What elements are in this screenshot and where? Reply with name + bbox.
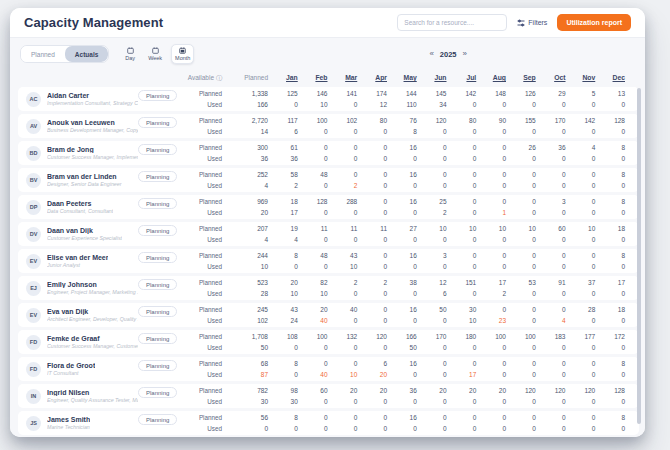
month-header-feb[interactable]: Feb — [315, 74, 327, 81]
table-row: JSJames SmithMarine TechnicianPlanningPl… — [18, 411, 639, 435]
planned-line: Planned52320822238121511753913717 — [182, 278, 625, 288]
month-value: 0 — [592, 398, 596, 405]
resource-name[interactable]: Anouk van Leeuwen — [47, 119, 138, 126]
month-value: 0 — [592, 263, 596, 270]
month-header-apr[interactable]: Apr — [375, 74, 387, 81]
planning-button[interactable]: Planning — [138, 252, 177, 263]
row-label: Planned — [199, 279, 222, 286]
month-header-oct[interactable]: Oct — [554, 74, 565, 81]
view-week-label: Week — [148, 55, 162, 61]
month-header-jan[interactable]: Jan — [286, 74, 298, 81]
planning-button[interactable]: Planning — [138, 90, 177, 101]
month-value: 0 — [562, 425, 566, 432]
month-value: 0 — [354, 360, 358, 367]
month-value: 8 — [294, 414, 298, 421]
month-value: 0 — [443, 371, 447, 378]
info-icon[interactable]: ⓘ — [216, 75, 222, 81]
planning-button[interactable]: Planning — [138, 171, 177, 182]
planning-button[interactable]: Planning — [138, 144, 177, 155]
resource-name[interactable]: Flora de Groot — [47, 362, 95, 369]
month-value: 0 — [592, 198, 596, 205]
month-value: 58 — [291, 171, 298, 178]
utilization-report-button[interactable]: Utilization report — [557, 14, 631, 31]
total-value: 10 — [261, 263, 268, 270]
resource-name[interactable]: Daan van Dijk — [47, 227, 122, 234]
resource-roles: Implementation Consultant, Strategy C... — [47, 100, 138, 106]
year-navigation: « 2025 » — [429, 50, 467, 59]
resource-name[interactable]: Aidan Carter — [47, 92, 138, 99]
view-month[interactable]: Month — [171, 44, 194, 64]
planned-line: Planned1,7081081001321201661701801001001… — [182, 332, 625, 342]
month-value: 151 — [465, 279, 476, 286]
month-header-sep[interactable]: Sep — [523, 74, 535, 81]
planning-button[interactable]: Planning — [138, 360, 177, 371]
total-value: 36 — [261, 155, 268, 162]
resource-name[interactable]: Eva van Dijk — [47, 308, 138, 315]
month-value: 125 — [287, 90, 298, 97]
month-value: 0 — [443, 128, 447, 135]
month-value: 26 — [529, 144, 536, 151]
planning-button[interactable]: Planning — [138, 306, 177, 317]
month-header-mar[interactable]: Mar — [345, 74, 357, 81]
month-value: 16 — [410, 198, 417, 205]
total-value: 782 — [257, 387, 268, 394]
planning-button[interactable]: Planning — [138, 117, 177, 128]
month-header-may[interactable]: May — [404, 74, 417, 81]
planning-button[interactable]: Planning — [138, 198, 177, 209]
search-input[interactable] — [397, 14, 507, 31]
resource-name[interactable]: Femke de Graaf — [47, 335, 138, 342]
month-value: 0 — [562, 128, 566, 135]
row-label: Used — [207, 371, 222, 378]
resource-cell: FDFemke de GraafCustomer Success Manager… — [18, 330, 138, 354]
resource-name[interactable]: Emily Johnson — [47, 281, 138, 288]
resource-name[interactable]: Bram van der Linden — [47, 173, 122, 180]
table-header: Available ⓘ Planned JanFebMarAprMayJunJu… — [18, 71, 639, 84]
header-actions: Filters Utilization report — [397, 14, 631, 31]
resource-name[interactable]: Daan Peeters — [47, 200, 113, 207]
vertical-scrollbar[interactable] — [637, 88, 641, 424]
month-value: 0 — [473, 360, 477, 367]
resource-name[interactable]: Elise van der Meer — [47, 254, 108, 261]
total-value: 166 — [257, 101, 268, 108]
avatar: AV — [26, 119, 41, 134]
resource-name[interactable]: James Smith — [47, 416, 90, 423]
month-header-aug[interactable]: Aug — [493, 74, 506, 81]
month-header-dec[interactable]: Dec — [613, 74, 625, 81]
planning-button[interactable]: Planning — [138, 414, 177, 425]
planning-button[interactable]: Planning — [138, 279, 177, 290]
next-year-icon[interactable]: » — [463, 50, 467, 58]
view-week[interactable]: Week — [144, 44, 166, 64]
tab-actuals[interactable]: Actuals — [65, 46, 108, 62]
row-label: Used — [207, 290, 222, 297]
planning-cell: Planning — [138, 141, 182, 165]
total-value: 2,720 — [252, 117, 268, 124]
tab-planned[interactable]: Planned — [21, 46, 65, 62]
used-line: Used303000000000000 — [182, 397, 625, 407]
resource-cell: AVAnouk van LeeuwenBusiness Development … — [18, 114, 138, 138]
used-line: Used14600080000000 — [182, 127, 625, 137]
month-value: 50 — [439, 306, 446, 313]
month-value: 0 — [413, 209, 417, 216]
month-value: 0 — [562, 398, 566, 405]
month-header-nov[interactable]: Nov — [582, 74, 595, 81]
planning-button[interactable]: Planning — [138, 387, 177, 398]
month-value: 0 — [592, 182, 596, 189]
planning-button[interactable]: Planning — [138, 225, 177, 236]
month-value: 10 — [320, 101, 327, 108]
month-value: 0 — [532, 425, 536, 432]
planning-button[interactable]: Planning — [138, 333, 177, 344]
month-value: 0 — [502, 360, 506, 367]
filters-button[interactable]: Filters — [517, 19, 547, 27]
month-header-jul[interactable]: Jul — [466, 74, 476, 81]
month-value: 8 — [621, 144, 625, 151]
resource-name[interactable]: Ingrid Nilsen — [47, 389, 138, 396]
month-header-jun[interactable]: Jun — [434, 74, 446, 81]
month-value: 100 — [525, 333, 536, 340]
month-value: 0 — [502, 344, 506, 351]
previous-year-icon[interactable]: « — [429, 50, 433, 58]
month-value: 120 — [436, 117, 447, 124]
month-value: 0 — [562, 263, 566, 270]
view-day[interactable]: Day — [121, 44, 139, 64]
month-value: 8 — [621, 171, 625, 178]
resource-name[interactable]: Bram de Jong — [47, 146, 138, 153]
